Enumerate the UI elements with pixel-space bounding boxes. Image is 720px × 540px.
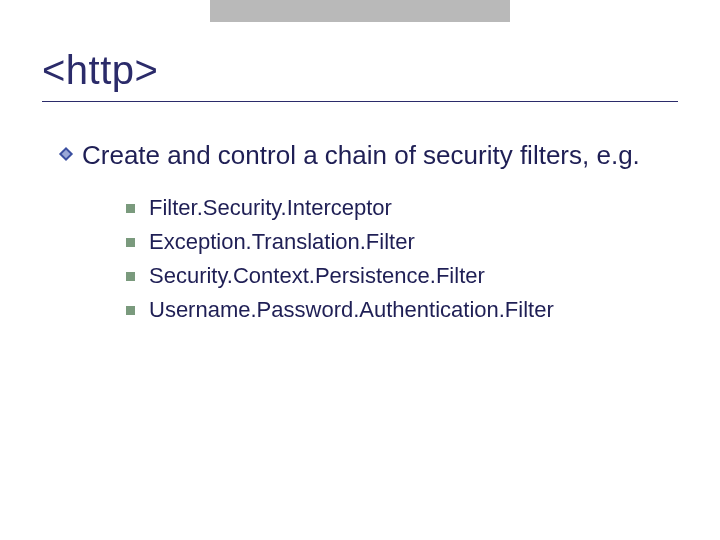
bullet-level1: Create and control a chain of security f… bbox=[58, 138, 678, 173]
square-icon bbox=[126, 204, 135, 213]
decorative-top-bar bbox=[210, 0, 510, 22]
title-underline bbox=[42, 101, 678, 102]
list-item-label: Username.Password.Authentication.Filter bbox=[149, 293, 554, 327]
list-item: Username.Password.Authentication.Filter bbox=[126, 293, 678, 327]
list-item-label: Exception.Translation.Filter bbox=[149, 225, 415, 259]
list-item-label: Security.Context.Persistence.Filter bbox=[149, 259, 485, 293]
diamond-icon bbox=[58, 146, 74, 162]
bullet-level1-text: Create and control a chain of security f… bbox=[82, 138, 640, 173]
square-icon bbox=[126, 238, 135, 247]
list-item-label: Filter.Security.Interceptor bbox=[149, 191, 392, 225]
list-item: Filter.Security.Interceptor bbox=[126, 191, 678, 225]
square-icon bbox=[126, 272, 135, 281]
bullet-level2-list: Filter.Security.Interceptor Exception.Tr… bbox=[126, 191, 678, 327]
slide-title: <http> bbox=[42, 48, 678, 93]
slide-body: <http> Create and control a chain of sec… bbox=[0, 0, 720, 327]
list-item: Security.Context.Persistence.Filter bbox=[126, 259, 678, 293]
list-item: Exception.Translation.Filter bbox=[126, 225, 678, 259]
square-icon bbox=[126, 306, 135, 315]
